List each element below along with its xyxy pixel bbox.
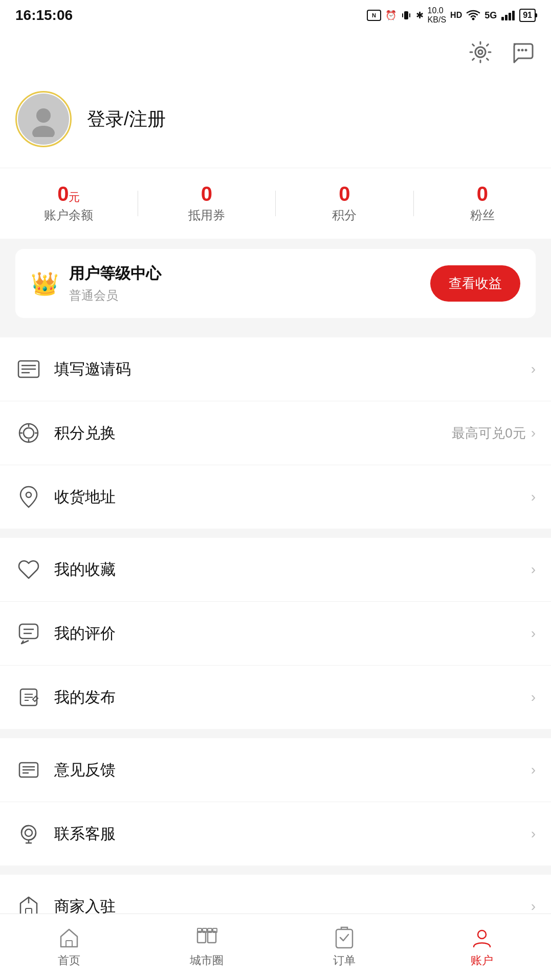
svg-rect-49	[208, 931, 216, 943]
login-register-button[interactable]: 登录/注册	[87, 107, 166, 132]
bottom-nav: 首页 城市圈 订单	[0, 914, 551, 980]
stat-vouchers[interactable]: 0 抵用券	[138, 184, 276, 223]
points-exchange-hint: 最高可兑0元	[452, 424, 525, 442]
stat-balance-label: 账户余额	[44, 207, 93, 223]
menu-item-favorites[interactable]: 我的收藏 ›	[0, 538, 551, 602]
menu-group-2: 我的收藏 › 我的评价 › 我的发布 ›	[0, 538, 551, 729]
svg-rect-7	[505, 15, 508, 20]
signal-bars-icon	[501, 10, 515, 21]
invite-code-label: 填写邀请码	[54, 359, 531, 380]
account-icon	[471, 926, 493, 949]
svg-text:N: N	[372, 12, 376, 18]
posts-icon	[15, 684, 42, 711]
nav-item-home[interactable]: 首页	[0, 921, 138, 973]
stat-followers-value: 0	[477, 184, 488, 204]
shipping-address-label: 收货地址	[54, 487, 531, 508]
vip-subtitle: 普通会员	[69, 287, 161, 304]
home-icon	[58, 926, 80, 949]
menu-item-customer-service[interactable]: 联系客服 ›	[0, 802, 551, 865]
svg-point-11	[475, 47, 486, 57]
settings-button[interactable]	[467, 39, 494, 65]
vip-left: 👑 用户等级中心 普通会员	[31, 263, 161, 304]
shipping-address-icon	[15, 484, 42, 510]
stat-balance[interactable]: 0元 账户余额	[0, 184, 138, 223]
chevron-icon: ›	[531, 826, 536, 842]
stat-balance-value: 0元	[57, 184, 80, 204]
stat-vouchers-label: 抵用券	[188, 207, 225, 223]
status-icons: N ⏰ ✱ 10.0KB/S HD	[367, 6, 536, 25]
vip-title: 用户等级中心	[69, 263, 161, 284]
menu-item-points-exchange[interactable]: 积分兑换 最高可兑0元 ›	[0, 401, 551, 465]
crown-icon: 👑	[31, 270, 59, 297]
customer-service-label: 联系客服	[54, 824, 531, 845]
stat-vouchers-value: 0	[201, 184, 212, 204]
nav-city-circle-label: 城市圈	[190, 953, 224, 968]
vip-card: 👑 用户等级中心 普通会员 查看收益	[15, 249, 536, 318]
feedback-label: 意见反馈	[54, 760, 531, 781]
message-button[interactable]	[509, 39, 536, 65]
menu-item-invite-code[interactable]: 填写邀请码 ›	[0, 337, 551, 401]
svg-point-15	[36, 108, 51, 123]
favorites-icon	[15, 556, 42, 583]
reviews-icon	[15, 620, 42, 647]
stat-followers[interactable]: 0 粉丝	[414, 184, 552, 223]
menu-group-1: 填写邀请码 › 积分兑换 最高可兑0元 › 收货地址 ›	[0, 337, 551, 529]
chevron-icon: ›	[531, 361, 536, 377]
nav-item-account[interactable]: 账户	[413, 921, 551, 973]
svg-point-16	[32, 126, 55, 137]
avatar-image	[18, 94, 69, 145]
chevron-icon: ›	[531, 561, 536, 578]
stat-points[interactable]: 0 积分	[276, 184, 413, 223]
nav-item-orders[interactable]: 订单	[276, 921, 413, 973]
chevron-icon: ›	[531, 762, 536, 778]
svg-rect-4	[409, 13, 410, 17]
profile-section: 登录/注册	[0, 76, 551, 168]
menu-item-posts[interactable]: 我的发布 ›	[0, 666, 551, 729]
svg-point-5	[472, 18, 475, 20]
svg-point-53	[478, 930, 486, 939]
points-exchange-label: 积分兑换	[54, 423, 452, 444]
chevron-icon: ›	[531, 425, 536, 441]
svg-rect-2	[404, 11, 408, 19]
wifi-icon	[466, 10, 480, 21]
favorites-label: 我的收藏	[54, 559, 531, 580]
svg-rect-3	[402, 13, 403, 17]
chevron-icon: ›	[531, 489, 536, 505]
menu-item-reviews[interactable]: 我的评价 ›	[0, 602, 551, 666]
vibrate-icon	[401, 10, 412, 21]
stat-points-value: 0	[339, 184, 350, 204]
nav-item-city-circle[interactable]: 城市圈	[138, 921, 275, 973]
svg-rect-46	[197, 931, 206, 943]
svg-rect-28	[19, 624, 38, 639]
avatar[interactable]	[15, 91, 72, 147]
svg-point-13	[521, 49, 524, 52]
header	[0, 29, 551, 76]
status-time: 16:15:06	[15, 7, 73, 24]
menu-item-feedback[interactable]: 意见反馈 ›	[0, 738, 551, 802]
vip-info: 用户等级中心 普通会员	[69, 263, 161, 304]
menu-group-3: 意见反馈 › 联系客服 ›	[0, 738, 551, 865]
invite-code-icon	[15, 356, 42, 382]
chevron-icon: ›	[531, 625, 536, 642]
chevron-icon: ›	[531, 898, 536, 915]
nav-account-label: 账户	[471, 953, 493, 968]
posts-label: 我的发布	[54, 687, 531, 708]
svg-point-40	[25, 829, 32, 836]
orders-icon	[334, 926, 355, 949]
customer-service-icon	[15, 821, 42, 847]
menu-item-shipping-address[interactable]: 收货地址 ›	[0, 465, 551, 529]
stat-points-label: 积分	[332, 207, 357, 223]
city-circle-icon	[195, 926, 218, 949]
battery-icon: 91	[519, 9, 536, 22]
nav-home-label: 首页	[58, 953, 80, 968]
svg-rect-9	[512, 11, 515, 20]
clock-icon: ⏰	[385, 10, 396, 21]
stat-followers-label: 粉丝	[470, 207, 495, 223]
view-earnings-button[interactable]: 查看收益	[430, 265, 520, 302]
hd-icon: HD	[450, 11, 462, 20]
svg-point-14	[525, 49, 527, 52]
svg-rect-45	[66, 941, 72, 947]
svg-point-12	[518, 49, 520, 52]
speed-icon: 10.0KB/S	[428, 6, 446, 25]
chevron-icon: ›	[531, 689, 536, 705]
